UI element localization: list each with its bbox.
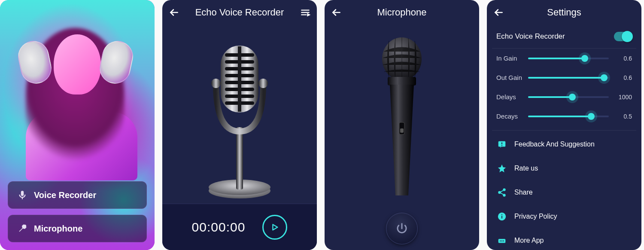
feedback-icon [497,140,507,149]
playlist-icon[interactable] [300,7,311,18]
settings-appbar: Settings [487,0,641,25]
slider-track[interactable] [528,77,609,79]
share-icon [497,188,507,197]
voice-recorder-label: Voice Recorder [34,190,96,200]
microphone-label: Microphone [34,224,82,234]
record-play-button[interactable] [262,215,287,240]
microphone-appbar: Microphone [325,0,479,25]
more-icon [497,236,507,245]
slider-track[interactable] [528,96,609,98]
hero-figure [21,4,133,168]
info-icon [497,212,507,221]
svg-point-31 [501,241,502,241]
star-icon [497,164,507,173]
svg-point-5 [258,79,268,88]
menu-label: Share [514,189,533,196]
echo-enable-row: Echo Voice Recorder [492,25,636,49]
microphone-button[interactable]: Microphone [8,215,147,242]
slider-decays: Decays0.5 [492,107,636,126]
timer-display: 00:00:00 [192,220,246,235]
power-button[interactable] [386,213,418,244]
svg-rect-15 [238,46,241,112]
svg-rect-19 [400,128,404,133]
svg-point-32 [503,241,504,241]
menu-label: Privacy Policy [514,213,557,220]
recorder-appbar: Echo Voice Recorder [162,0,317,25]
settings-title: Settings [504,7,624,18]
menu-label: More App [514,237,544,244]
slider-label: Decays [496,113,523,120]
svg-rect-21 [501,142,502,144]
slider-track[interactable] [528,58,609,59]
studio-mic-illustration [162,25,317,204]
echo-app-name: Echo Voice Recorder [496,32,565,41]
slider-label: Out Gain [496,74,523,81]
menu-label: Rate us [514,165,538,172]
back-icon[interactable] [331,7,342,18]
svg-point-30 [500,241,501,241]
dynamic-mic-illustration [325,25,479,207]
echo-toggle[interactable] [614,32,632,41]
svg-rect-17 [388,77,416,85]
slider-in-gain: In Gain0.6 [492,49,636,68]
svg-rect-22 [501,145,502,146]
back-icon[interactable] [493,7,504,18]
menu-share[interactable]: Share [492,180,636,204]
power-row [325,207,479,250]
handheld-mic-icon [17,223,28,234]
recorder-screen: Echo Voice Recorder [162,0,317,250]
menu-feedback-and-suggestion[interactable]: Feedback And Suggestion [492,132,636,156]
recorder-title: Echo Voice Recorder [179,7,300,18]
slider-delays: Delays1000 [492,87,636,107]
voice-recorder-button[interactable]: Voice Recorder [8,181,147,209]
svg-point-23 [503,189,505,191]
slider-value: 0.5 [614,113,632,120]
menu-label: Feedback And Suggestion [514,140,595,148]
slider-track[interactable] [528,116,609,117]
svg-rect-27 [501,216,502,218]
recorder-footer: 00:00:00 [162,204,317,250]
menu-rate-us[interactable]: Rate us [492,156,636,180]
back-icon[interactable] [168,7,179,18]
slider-value: 1000 [614,94,632,101]
svg-rect-3 [236,127,243,189]
slider-out-gain: Out Gain0.6 [492,68,636,87]
mic-icon [17,189,28,201]
slider-label: In Gain [496,55,523,62]
menu-privacy-policy[interactable]: Privacy Policy [492,204,636,229]
slider-value: 0.6 [614,74,632,81]
menu-more-app[interactable]: More App [492,229,636,250]
svg-point-25 [503,194,505,196]
svg-point-0 [23,225,27,228]
svg-rect-28 [501,214,502,215]
svg-point-4 [211,79,221,88]
home-screen: Voice Recorder Microphone [0,0,155,250]
settings-screen: Settings Echo Voice Recorder In Gain0.6O… [487,0,641,250]
microphone-title: Microphone [342,7,462,18]
slider-value: 0.6 [614,55,632,62]
microphone-screen: Microphone [325,0,479,250]
slider-label: Delays [496,93,523,101]
